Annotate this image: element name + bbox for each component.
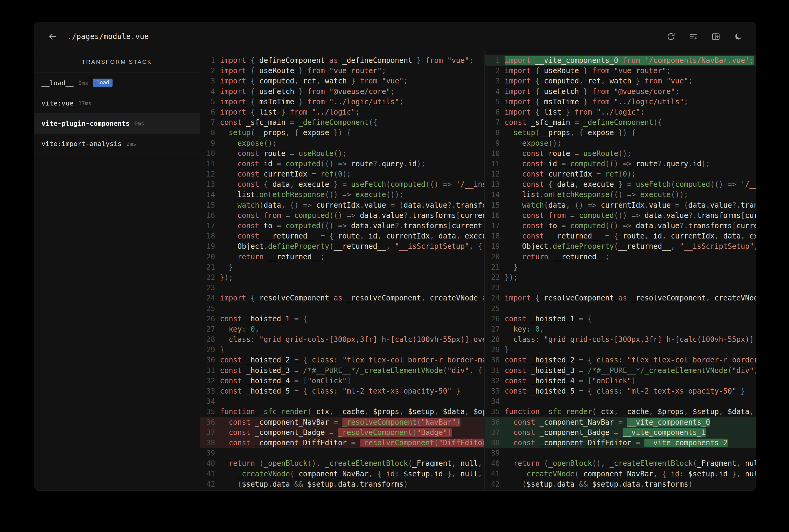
code-line: 41 _createVNode(_component_NavBar, { id:… — [200, 469, 484, 479]
code-text: const id = computed(() => route?.query.i… — [504, 159, 756, 169]
line-number: 24 — [485, 293, 504, 303]
code-line: 39 — [200, 448, 484, 458]
code-line: 36 const _component_NavBar = _resolveCom… — [200, 417, 484, 428]
code-line: 19 Object.defineProperty(__returned__, "… — [200, 241, 484, 251]
code-text — [220, 283, 484, 293]
code-text — [220, 303, 484, 314]
code-line: 14 list.onFetchResponse(() => execute())… — [485, 190, 756, 200]
code-line: 4import { useFetch } from "@vueuse/core"… — [200, 87, 484, 97]
code-line: 7const _sfc_main = _defineComponent({ — [485, 117, 756, 128]
line-number: 8 — [485, 128, 504, 138]
diff-pane-left[interactable]: 1import { defineComponent as _defineComp… — [200, 51, 484, 491]
code-text: return (_openBlock(), _createElementBloc… — [504, 458, 756, 469]
line-number: 15 — [200, 200, 220, 210]
code-text: return (_openBlock(), _createElementBloc… — [220, 458, 484, 469]
line-number: 33 — [200, 386, 220, 396]
line-number: 17 — [485, 221, 504, 231]
code-line: 27 key: 0, — [200, 324, 484, 334]
line-number: 7 — [200, 117, 220, 128]
code-text: setup(__props, { expose }) { — [220, 128, 484, 138]
header-actions — [665, 31, 744, 42]
code-line: 20 return __returned__; — [200, 252, 484, 262]
transform-stack-item[interactable]: vite:vue17ms — [34, 93, 200, 113]
diff-pane-right[interactable]: 1import __vite_components_0 from '/compo… — [484, 51, 756, 491]
code-text: const _component_Badge = __vite_componen… — [504, 428, 756, 438]
line-number: 6 — [200, 107, 220, 117]
code-line: 38 const _component_DiffEditor = __vite_… — [485, 438, 756, 448]
code-line: 37 const _component_Badge = _resolveComp… — [200, 428, 484, 438]
code-text: expose(); — [504, 138, 756, 148]
code-text: class: "grid grid-cols-[300px,3fr] h-[ca… — [220, 334, 484, 345]
code-text: const _component_NavBar = _resolveCompon… — [220, 417, 484, 428]
code-text: const _hoisted_3 = /*#__PURE__*/_createE… — [504, 365, 756, 376]
code-line: 18 const __returned__ = { route, id, cur… — [200, 231, 484, 241]
main-content: TRANSFORM STACK __load__0msloadvite:vue1… — [34, 51, 756, 491]
line-number: 10 — [485, 148, 504, 159]
code-line: 15 watch(data, () => currentIdx.value = … — [485, 200, 756, 210]
moon-icon — [734, 32, 743, 41]
line-number: 40 — [485, 458, 504, 469]
code-line: 32const _hoisted_4 = ["onClick"] — [485, 376, 756, 386]
code-text: const _sfc_main = _defineComponent({ — [504, 117, 756, 128]
code-text: const _hoisted_1 = { — [220, 314, 484, 324]
code-text: import { useFetch } from "@vueuse/core"; — [504, 87, 756, 97]
code-text: import { useFetch } from "@vueuse/core"; — [220, 87, 484, 97]
dark-mode-toggle-button[interactable] — [732, 31, 744, 42]
line-number: 40 — [200, 458, 220, 469]
inline-diff-toggle-button[interactable] — [687, 31, 699, 42]
code-text: const _hoisted_4 = ["onClick"] — [504, 376, 756, 386]
code-line: 18 const __returned__ = { route, id, cur… — [485, 231, 756, 241]
code-text: const id = computed(() => route?.query.i… — [220, 159, 484, 169]
code-text — [504, 448, 756, 458]
transform-stack-item[interactable]: vite:import-analysis2ms — [34, 134, 200, 154]
code-text: class: "grid grid-cols-[300px,3fr] h-[ca… — [504, 334, 756, 345]
code-text: const _component_DiffEditor = _resolveCo… — [220, 438, 484, 448]
code-line: 11 const id = computed(() => route?.quer… — [200, 159, 484, 169]
code-line: 23 — [200, 283, 484, 293]
code-text: import { useRoute } from "vue-router"; — [220, 65, 484, 76]
code-text: import { msToTime } from "../logic/utils… — [504, 97, 756, 107]
code-text: const __returned__ = { route, id, curren… — [504, 231, 756, 241]
line-number: 36 — [485, 417, 504, 428]
code-text: } — [220, 345, 484, 355]
code-line: 21 } — [485, 262, 756, 272]
line-number: 12 — [485, 169, 504, 179]
code-text: const from = computed(() => data.value?.… — [504, 210, 756, 221]
code-text — [504, 283, 756, 293]
code-line: 6import { list } from "../logic"; — [200, 107, 484, 117]
back-button[interactable] — [46, 30, 59, 43]
code-text: const _hoisted_1 = { — [504, 314, 756, 324]
code-text: } — [220, 262, 484, 272]
line-number: 15 — [485, 200, 504, 210]
transform-stack-item[interactable]: vite-plugin-components0ms — [34, 113, 200, 134]
code-line: 13 const { data, execute } = useFetch(co… — [485, 179, 756, 190]
code-text: const _hoisted_2 = { class: "flex flex-c… — [504, 355, 756, 365]
code-text: ($setup.data && $setup.data.transforms) — [220, 479, 484, 489]
line-number: 9 — [485, 138, 504, 148]
back-arrow-icon — [48, 32, 58, 42]
transform-stack-item[interactable]: __load__0msload — [34, 73, 200, 93]
code-line: 38 const _component_DiffEditor = _resolv… — [200, 438, 484, 448]
refresh-button[interactable] — [665, 31, 677, 42]
code-text: import { resolveComponent as _resolveCom… — [220, 293, 484, 303]
plugin-time: 2ms — [126, 140, 136, 147]
code-line: 27 key: 0, — [485, 324, 756, 334]
code-text: import { defineComponent as _defineCompo… — [220, 55, 484, 65]
line-number: 16 — [200, 210, 220, 221]
line-number: 32 — [485, 376, 504, 386]
line-number: 20 — [200, 252, 220, 262]
module-path: ./pages/module.vue — [68, 32, 149, 41]
line-number: 20 — [485, 252, 504, 262]
line-number: 33 — [485, 386, 504, 396]
side-by-side-toggle-button[interactable] — [710, 31, 721, 42]
line-number: 34 — [200, 396, 220, 406]
line-number: 7 — [485, 117, 504, 128]
inline-diff-icon — [689, 32, 698, 41]
code-text: list.onFetchResponse(() => execute()); — [220, 190, 484, 200]
code-line: 8 setup(__props, { expose }) { — [200, 128, 484, 138]
line-number: 23 — [485, 283, 504, 293]
code-text: function _sfc_render(_ctx, _cache, $prop… — [504, 406, 756, 417]
plugin-time: 0ms — [78, 80, 88, 86]
code-line: 2import { useRoute } from "vue-router"; — [485, 65, 756, 76]
line-number: 29 — [485, 345, 504, 355]
